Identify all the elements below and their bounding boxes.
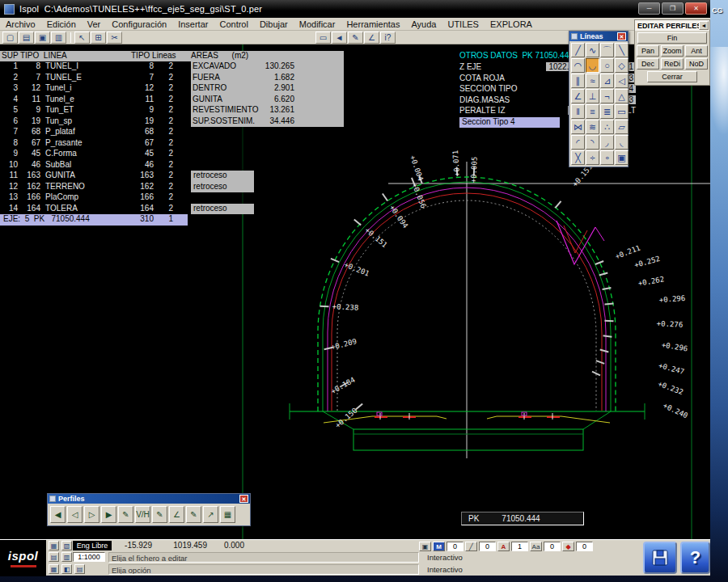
menu-item-herramientas[interactable]: Herramientas [341, 19, 405, 29]
lineas-tool-icon-25[interactable]: ◝ [586, 135, 599, 150]
zoom-button[interactable]: Zoom [661, 45, 684, 57]
menu-item-archivo[interactable]: Archivo [0, 19, 41, 29]
text-mode-icon[interactable]: Aa [530, 542, 542, 551]
lineas-tool-icon-23[interactable]: ▱ [615, 120, 629, 134]
lineas-tool-icon-12[interactable]: ∠ [571, 89, 585, 103]
edit-pencil-icon[interactable]: ✎ [348, 32, 363, 44]
cerrar-button[interactable]: Cerrar [647, 71, 697, 82]
lineas-tool-icon-3[interactable]: ╲ [615, 43, 629, 57]
perfiles-tool-icon-6[interactable]: ✎ [152, 506, 167, 523]
lineas-tool-icon-15[interactable]: △ [615, 89, 629, 103]
pointer-icon[interactable]: ↖ [74, 32, 90, 44]
perfiles-palette-titlebar[interactable]: Perfiles ✕ [48, 494, 250, 504]
lineas-tool-icon-17[interactable]: ≡ [586, 104, 599, 119]
table-row[interactable]: 867P_rasante672 [0, 138, 344, 150]
lineas-tool-icon-19[interactable]: ▭ [615, 104, 629, 119]
lineas-tool-icon-11[interactable]: ◁ [615, 74, 629, 88]
new-file-icon[interactable]: ▢ [2, 32, 18, 44]
a-mode-icon[interactable]: A [497, 542, 510, 551]
help-button[interactable]: ? [680, 542, 710, 574]
menu-item-control[interactable]: Control [214, 19, 253, 29]
table-row[interactable]: 1046SubBal462 [0, 160, 344, 171]
menu-item-explora[interactable]: EXPLORA [485, 19, 538, 29]
table-row[interactable]: 11163GUNITA1632retroceso [0, 171, 344, 182]
cut-icon[interactable]: ✂ [107, 32, 122, 44]
redi-button[interactable]: ReDi [661, 58, 684, 70]
lineas-tool-icon-7[interactable]: ◇ [615, 58, 629, 73]
scale-display[interactable]: 1:1000 [73, 552, 105, 562]
perfiles-close-button[interactable]: ✕ [239, 495, 248, 503]
menu-item-modificar[interactable]: Modificar [294, 19, 341, 29]
m-mode-icon[interactable]: M [433, 542, 445, 551]
table-row[interactable]: 411Tunel_e112GUNITA6.620 [0, 95, 344, 106]
perfiles-tool-icon-5[interactable]: V/H [135, 506, 150, 523]
table-row[interactable]: 312Tunel_i122DENTRO2.901 [0, 83, 344, 95]
lineas-tool-icon-28[interactable]: ╳ [571, 150, 585, 165]
perfiles-tool-icon-3[interactable]: ▶ [101, 506, 116, 523]
option-tool-icon-1[interactable]: ◧ [61, 564, 72, 574]
nod-button[interactable]: NoD [685, 58, 708, 70]
view-toggle-icon-1[interactable]: ▧ [61, 541, 72, 550]
perfiles-tool-icon-2[interactable]: ▷ [84, 506, 99, 523]
lineas-tool-icon-22[interactable]: ∴ [600, 120, 614, 134]
slope-icon[interactable]: ╱ [465, 542, 477, 551]
axis-row[interactable]: EJE: 5 PK 71050.444 310 1 [0, 214, 188, 226]
table-row[interactable]: 18TUNEL_I82EXCAVADO130.265 [0, 61, 344, 73]
lineas-tool-icon-4[interactable]: ◠ [571, 58, 585, 73]
lineas-tool-icon-6[interactable]: ○ [600, 58, 614, 73]
option-tool-icon-2[interactable]: ▤ [74, 564, 85, 574]
table-row[interactable]: 59Tun_ET92REVESTIMIENTO13.261 [0, 105, 344, 116]
lineas-tool-icon-9[interactable]: ≈ [586, 74, 599, 88]
lineas-tool-icon-18[interactable]: ≣ [600, 104, 614, 119]
perfiles-tool-icon-4[interactable]: ✎ [118, 506, 133, 523]
undo-icon[interactable]: ◄ [332, 32, 347, 44]
layer-icon[interactable]: ▣ [419, 542, 431, 551]
desktop-icon-label[interactable]: CG [712, 6, 723, 15]
pan-button[interactable]: Pan [637, 45, 659, 57]
perfiles-tool-icon-7[interactable]: ∠ [169, 506, 184, 523]
perfiles-tool-icon-0[interactable]: ◀ [50, 506, 66, 523]
collapse-panel-button[interactable]: ◄ [699, 21, 709, 30]
lineas-tool-icon-10[interactable]: ⊿ [600, 74, 614, 88]
perfiles-tool-icon-8[interactable]: ✎ [186, 506, 201, 523]
lineas-tool-icon-27[interactable]: ◟ [615, 135, 629, 150]
info-icon[interactable]: i? [380, 32, 396, 44]
close-button[interactable]: ✕ [685, 2, 707, 15]
perfiles-tool-icon-10[interactable]: ▦ [220, 506, 235, 523]
menu-item-configuración[interactable]: Configuración [106, 19, 172, 29]
seccion-tipo-selected[interactable]: Seccion Tipo 4 [459, 117, 560, 128]
lineas-tool-icon-24[interactable]: ◜ [571, 135, 585, 150]
perfiles-tool-icon-9[interactable]: ↗ [203, 506, 218, 523]
lineas-tool-icon-16[interactable]: ‖ [571, 104, 585, 119]
lineas-tool-icon-8[interactable]: ∥ [571, 74, 585, 88]
eng-mode-button[interactable]: Eng Libre [73, 541, 112, 550]
maximize-button[interactable]: ❐ [662, 2, 684, 15]
lineas-tool-icon-0[interactable]: ╱ [571, 43, 585, 57]
table-row[interactable]: 14164TOLERA1642retroceso [0, 204, 344, 215]
lineas-tool-icon-1[interactable]: ∿ [586, 43, 599, 57]
lineas-tool-icon-21[interactable]: ≋ [586, 120, 599, 134]
table-row[interactable]: 619Tun_sp192SUP.SOSTENIM.34.446 [0, 116, 344, 128]
menu-item-edición[interactable]: Edición [41, 19, 82, 29]
menu-item-ver[interactable]: Ver [82, 19, 107, 29]
table-row[interactable]: 13166PlaComp1662 [0, 192, 344, 204]
lineas-tool-icon-5[interactable]: ◡ [586, 58, 599, 73]
menu-item-insertar[interactable]: Insertar [172, 19, 214, 29]
open-file-icon[interactable]: ▤ [19, 32, 34, 44]
table-row[interactable]: 945C.Forma452 [0, 149, 344, 160]
lineas-tool-icon-13[interactable]: ⊥ [586, 89, 599, 103]
lineas-tool-icon-29[interactable]: ÷ [586, 150, 599, 165]
lineas-tool-icon-26[interactable]: ◞ [600, 135, 614, 150]
lineas-palette-titlebar[interactable]: Líneas ✕ [569, 32, 628, 41]
menu-item-utiles[interactable]: UTILES [442, 19, 485, 29]
save-button[interactable] [643, 542, 677, 574]
minimize-button[interactable]: ─ [638, 2, 660, 15]
lineas-tool-icon-31[interactable]: ▣ [615, 150, 629, 165]
lineas-tool-icon-20[interactable]: ⋈ [571, 120, 585, 134]
print-icon[interactable]: ▥ [51, 32, 66, 44]
lineas-tool-icon-14[interactable]: ¬ [600, 89, 614, 103]
scale-tool-icon-0[interactable]: ▤ [49, 552, 59, 562]
zoom-window-icon[interactable]: ⊞ [91, 32, 106, 44]
table-row[interactable]: 12162TERRENO1622retroceso [0, 182, 344, 193]
menu-item-dibujar[interactable]: Dibujar [254, 19, 294, 29]
